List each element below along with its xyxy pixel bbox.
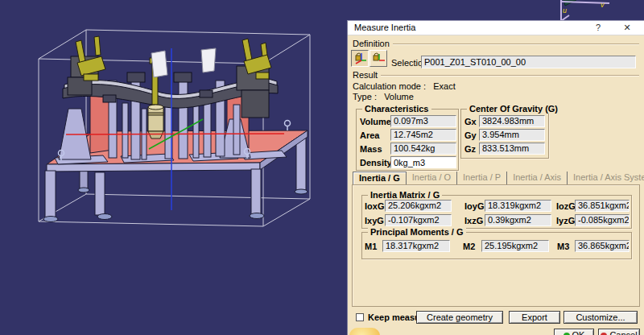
calculation-mode-label: Calculation mode : — [353, 81, 426, 91]
type-value: Volume — [384, 92, 414, 101]
cancel-button[interactable]: Cancel — [598, 329, 640, 335]
density-input[interactable] — [390, 156, 456, 168]
result-section-header: Result — [353, 71, 639, 79]
gx-label: Gx — [464, 117, 477, 126]
compass-v-label: v — [601, 1, 605, 9]
mass-field: 100.542kg — [390, 143, 456, 155]
ixzg-label: IxzG — [464, 216, 483, 225]
customize-button[interactable]: Customize... — [564, 311, 638, 324]
ok-button[interactable]: OK — [554, 329, 594, 335]
gy-field: 3.954mm — [479, 129, 545, 141]
principal-moments-group: Principal Moments / G M1 18.317kgxm2 M2 … — [361, 232, 632, 259]
type-row: Type : Volume — [353, 92, 414, 101]
m2-label: M2 — [463, 242, 475, 251]
iozg-label: IozG — [556, 201, 576, 211]
help-button[interactable]: ? — [589, 22, 607, 34]
m2-field: 25.195kgxm2 — [481, 240, 549, 252]
tab-inertia-p[interactable]: Inertia / P — [457, 172, 507, 184]
ixzg-field: 0.39kgxm2 — [485, 214, 551, 226]
catia-screen: u v Measure Inertia ? ✕ Definition — [0, 0, 644, 335]
dialog-titlebar[interactable]: Measure Inertia ? ✕ — [348, 21, 644, 35]
inertia-g-mode-button[interactable] — [351, 50, 369, 67]
tab-inertia-g[interactable]: Inertia / G — [353, 172, 407, 184]
m1-label: M1 — [365, 242, 377, 251]
gy-label: Gy — [464, 130, 477, 140]
keep-measure-checkbox[interactable] — [356, 313, 364, 321]
ixyg-field: -0.107kgxm2 — [385, 214, 452, 226]
iyzg-label: IyzG — [556, 216, 575, 225]
calculation-mode-value: Exact — [433, 81, 456, 91]
create-geometry-button[interactable]: Create geometry — [416, 311, 503, 324]
gz-label: Gz — [464, 144, 476, 154]
ixyg-label: IxyG — [365, 216, 384, 225]
measure-inertia-dialog: Measure Inertia ? ✕ Definition — [347, 20, 644, 335]
definition-section-header: Definition — [353, 39, 639, 48]
ioyg-field: 18.319kgxm2 — [485, 200, 551, 212]
close-button[interactable]: ✕ — [618, 22, 636, 34]
area-label: Area — [360, 130, 379, 140]
inertia-tabs: Inertia / G Inertia / O Inertia / P Iner… — [353, 172, 644, 184]
gx-field: 3824.983mm — [479, 115, 545, 127]
tab-inertia-axis-system[interactable]: Inertia / Axis System — [568, 172, 644, 184]
iozg-field: 36.851kgxm2 — [575, 200, 630, 212]
cylinder-part — [148, 105, 163, 139]
volume-field: 0.097m3 — [390, 115, 456, 127]
dialog-title: Measure Inertia — [354, 23, 415, 32]
tab-inertia-axis[interactable]: Inertia / Axis — [507, 172, 568, 184]
inertia-axis-mode-button[interactable] — [369, 50, 387, 67]
density-label: Density — [360, 158, 392, 168]
ioxg-field: 25.206kgxm2 — [385, 200, 452, 212]
compass-u-label: u — [563, 6, 567, 14]
m3-field: 36.865kgxm2 — [575, 240, 630, 252]
export-button[interactable]: Export — [509, 311, 560, 324]
area-field: 12.745m2 — [390, 129, 456, 141]
inertia-matrix-group: Inertia Matrix / G IoxG 25.206kgxm2 IoyG… — [361, 195, 632, 229]
inertia-tab-panel: Inertia Matrix / G IoxG 25.206kgxm2 IoyG… — [352, 184, 640, 307]
characteristics-group: Characteristics Volume 0.097m3 Area 12.7… — [356, 109, 459, 171]
tooltip-fragment — [349, 328, 380, 335]
volume-label: Volume — [360, 117, 391, 126]
m1-field: 18.317kgxm2 — [382, 240, 450, 252]
m3-label: M3 — [557, 242, 569, 251]
compass[interactable]: u v — [561, 0, 609, 21]
selection-field[interactable]: P001_Z01_ST010_00_00 — [421, 56, 636, 68]
center-of-gravity-group: Center Of Gravity (G) Gx 3824.983mm Gy 3… — [460, 109, 549, 159]
lock-axes-icon — [353, 51, 367, 64]
tab-inertia-o[interactable]: Inertia / O — [407, 172, 457, 184]
type-label: Type : — [353, 92, 377, 101]
calculation-mode-row: Calculation mode : Exact — [353, 81, 456, 91]
ioxg-label: IoxG — [365, 201, 384, 211]
gz-field: 833.513mm — [479, 143, 545, 155]
iyzg-field: -0.085kgxm2 — [575, 214, 630, 226]
ioyg-label: IoyG — [464, 201, 484, 211]
mass-label: Mass — [360, 144, 382, 154]
lock-axis-icon — [371, 51, 386, 64]
